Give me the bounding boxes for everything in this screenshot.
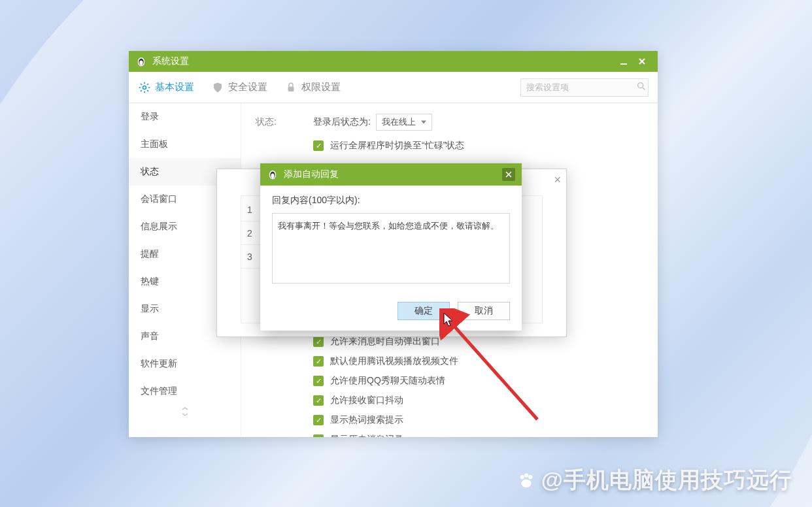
sidebar-item-mainpanel[interactable]: 主面板 <box>129 131 241 158</box>
svg-point-14 <box>528 475 532 479</box>
search-box[interactable] <box>520 78 649 97</box>
tab-label: 基本设置 <box>155 81 194 93</box>
app-icon <box>267 169 279 180</box>
check-icon: ✓ <box>313 395 324 406</box>
watermark: @手机电脑使用技巧远行 <box>515 465 792 495</box>
reply-content-label: 回复内容(100字以内): <box>272 195 510 206</box>
sidebar-item-login[interactable]: 登录 <box>129 103 241 131</box>
tab-permission[interactable]: 权限设置 <box>284 81 341 94</box>
checkbox-window-shake[interactable]: ✓允许接收窗口抖动 <box>313 395 643 406</box>
dialog-title: 添加自动回复 <box>284 169 339 180</box>
app-icon <box>135 56 147 67</box>
minimize-button[interactable] <box>615 55 633 68</box>
sidebar-item-filemgr[interactable]: 文件管理 <box>129 378 241 405</box>
checkbox-tencent-video[interactable]: ✓默认使用腾讯视频播放视频文件 <box>313 355 643 367</box>
svg-rect-3 <box>620 63 627 65</box>
checkbox-qqshow[interactable]: ✓允许使用QQ秀聊天随动表情 <box>313 375 643 387</box>
checkbox-hotword[interactable]: ✓显示热词搜索提示 <box>313 414 643 426</box>
close-icon[interactable]: × <box>554 173 561 187</box>
dialog-titlebar[interactable]: 添加自动回复 <box>260 163 522 186</box>
check-icon: ✓ <box>313 376 324 386</box>
checkbox-history[interactable]: ✓显示历史消息记录 <box>313 434 643 437</box>
login-status-label: 登录后状态为: <box>313 116 371 128</box>
svg-point-2 <box>139 61 143 66</box>
tab-label: 权限设置 <box>301 81 341 93</box>
svg-point-6 <box>638 83 643 88</box>
check-icon: ✓ <box>313 415 324 425</box>
add-auto-reply-dialog: 添加自动回复 回复内容(100字以内): 确定 取消 <box>260 163 522 331</box>
titlebar[interactable]: 系统设置 <box>129 51 658 72</box>
svg-point-13 <box>524 473 528 477</box>
status-section-label: 状态: <box>256 116 313 128</box>
tab-basic[interactable]: 基本设置 <box>138 81 194 94</box>
search-input[interactable] <box>526 82 636 92</box>
svg-point-12 <box>520 475 524 479</box>
window-title: 系统设置 <box>152 56 189 67</box>
sidebar-scroll-icon <box>129 405 241 418</box>
gear-icon <box>138 81 151 94</box>
check-icon: ✓ <box>313 434 324 437</box>
lock-icon <box>284 81 297 94</box>
shield-icon <box>211 81 224 94</box>
close-button[interactable] <box>633 55 651 68</box>
svg-point-10 <box>271 174 274 179</box>
tab-security[interactable]: 安全设置 <box>211 81 267 94</box>
svg-line-7 <box>643 88 645 90</box>
search-icon <box>636 81 647 93</box>
toolbar: 基本设置 安全设置 权限设置 <box>129 72 658 103</box>
cancel-button[interactable]: 取消 <box>458 302 510 320</box>
ok-button[interactable]: 确定 <box>398 302 450 320</box>
checkbox-fullscreen-busy[interactable]: ✓运行全屏程序时切换至“忙碌”状态 <box>313 140 643 152</box>
reply-textarea[interactable] <box>272 213 510 284</box>
login-status-select[interactable]: 我在线上 <box>376 114 432 131</box>
check-icon: ✓ <box>313 140 324 151</box>
tab-label: 安全设置 <box>228 81 267 93</box>
checkbox-popup[interactable]: ✓允许来消息时自动弹出窗口 <box>313 336 643 348</box>
svg-point-4 <box>143 86 146 89</box>
paw-icon <box>515 469 537 491</box>
sidebar-item-update[interactable]: 软件更新 <box>129 350 241 378</box>
check-icon: ✓ <box>313 356 324 367</box>
svg-rect-5 <box>288 86 294 91</box>
svg-point-15 <box>521 480 531 488</box>
check-icon: ✓ <box>313 336 324 347</box>
dialog-close-button[interactable] <box>502 168 515 181</box>
